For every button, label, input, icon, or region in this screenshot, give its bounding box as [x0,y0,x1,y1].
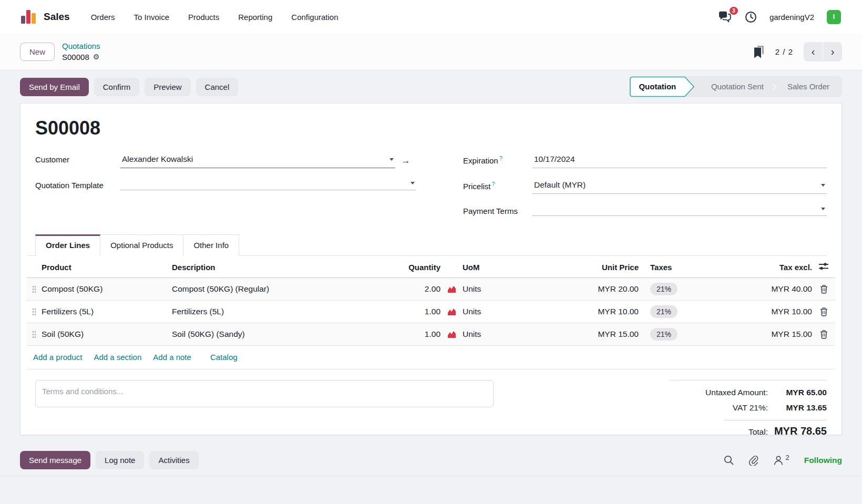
search-messages-icon[interactable] [724,455,734,465]
internal-link-arrow-icon[interactable]: → [395,156,416,166]
tab-optional-products[interactable]: Optional Products [100,234,183,256]
status-step-quotation-sent[interactable]: Quotation Sent [694,76,771,97]
total-label: Total: [748,427,768,437]
menu-products[interactable]: Products [188,13,219,22]
optional-columns-icon[interactable] [812,262,835,272]
menu-to-invoice[interactable]: To Invoice [134,13,170,22]
drag-handle-icon[interactable] [32,285,36,293]
vat-value: MYR 13.65 [768,403,827,413]
untaxed-amount-value: MYR 65.00 [768,388,827,397]
cell-unit-price[interactable]: MYR 15.00 [541,330,639,339]
cell-taxes[interactable]: 21% [639,305,707,318]
forecast-chart-icon[interactable] [440,308,463,316]
add-a-section-link[interactable]: Add a section [94,353,141,362]
breadcrumb: Quotations S00008 ⚙ [62,41,100,63]
attachment-paperclip-icon[interactable] [748,455,758,466]
menu-orders[interactable]: Orders [91,13,115,22]
new-button[interactable]: New [20,43,55,61]
cell-description[interactable]: Soil (50KG) (Sandy) [172,330,377,339]
chevron-down-icon[interactable] [411,182,415,184]
quotation-template-label: Quotation Template [35,179,120,190]
table-row[interactable]: Soil (50KG) Soil (50KG) (Sandy) 1.00 Uni… [27,323,835,346]
catalog-link[interactable]: Catalog [210,353,238,362]
customer-field[interactable]: Alexander Kowalski [120,153,395,168]
expiration-field[interactable]: 10/17/2024 [532,153,827,168]
terms-and-conditions-input[interactable] [35,380,494,407]
cell-quantity[interactable]: 1.00 [377,330,440,339]
menu-reporting[interactable]: Reporting [238,13,272,22]
cancel-button[interactable]: Cancel [196,78,239,96]
cell-quantity[interactable]: 1.00 [377,307,440,316]
cell-taxes[interactable]: 21% [639,328,707,341]
following-button[interactable]: Following [804,456,842,465]
totals-block: Untaxed Amount: MYR 65.00 VAT 21%: MYR 1… [669,380,827,443]
avatar[interactable]: I [827,10,841,24]
delete-row-icon[interactable] [812,330,835,339]
cell-description[interactable]: Compost (50KG) (Regular) [172,284,377,294]
tab-other-info[interactable]: Other Info [183,234,239,256]
pager-next-button[interactable]: › [823,42,842,61]
delete-row-icon[interactable] [812,307,835,316]
drag-handle-icon[interactable] [32,331,36,338]
cell-uom[interactable]: Units [463,284,541,294]
send-message-button[interactable]: Send message [20,451,90,469]
chevron-down-icon[interactable] [389,158,394,161]
log-note-button[interactable]: Log note [96,451,144,469]
preview-button[interactable]: Preview [145,78,190,96]
help-icon[interactable]: ? [492,181,495,187]
app-name[interactable]: Sales [44,11,70,23]
cell-description[interactable]: Fertilizers (5L) [172,307,377,316]
status-bar: Quotation Quotation Sent Sales Order [629,76,842,97]
cell-unit-price[interactable]: MYR 10.00 [541,307,639,316]
chevron-down-icon[interactable] [821,184,825,187]
status-step-sales-order[interactable]: Sales Order [778,76,842,97]
messages-icon[interactable]: 3 [718,11,732,23]
col-uom: UoM [463,263,541,272]
tax-badge[interactable]: 21% [650,328,678,341]
followers-button[interactable]: 2 [773,455,789,466]
payment-terms-field[interactable] [532,204,827,216]
status-step-quotation[interactable]: Quotation [629,76,694,97]
chevron-down-icon[interactable] [821,208,825,210]
top-nav: Sales Orders To Invoice Products Reporti… [0,0,862,34]
col-tax-excl: Tax excl. [707,263,812,272]
tax-badge[interactable]: 21% [650,305,678,318]
add-a-product-link[interactable]: Add a product [33,353,82,362]
activities-button[interactable]: Activities [149,451,198,469]
tab-order-lines[interactable]: Order Lines [35,234,100,256]
vat-label: VAT 21%: [733,403,768,413]
help-icon[interactable]: ? [499,155,502,161]
sales-app-logo-icon[interactable] [21,10,36,24]
table-row[interactable]: Fertilizers (5L) Fertilizers (5L) 1.00 U… [27,301,835,323]
page-title: S00008 [35,117,827,139]
cell-quantity[interactable]: 2.00 [377,284,440,294]
payment-terms-label: Payment Terms [463,204,532,215]
send-by-email-button[interactable]: Send by Email [20,78,89,96]
drag-handle-icon[interactable] [32,308,36,316]
tax-badge[interactable]: 21% [650,283,678,295]
delete-row-icon[interactable] [812,285,835,294]
add-a-note-link[interactable]: Add a note [153,353,191,362]
confirm-button[interactable]: Confirm [94,78,140,96]
breadcrumb-quotations-link[interactable]: Quotations [62,41,100,52]
cell-product[interactable]: Fertilizers (5L) [42,307,172,316]
cell-product[interactable]: Compost (50KG) [42,284,172,294]
cell-product[interactable]: Soil (50KG) [42,330,172,339]
cell-uom[interactable]: Units [463,307,541,316]
cell-taxes[interactable]: 21% [639,283,707,295]
gear-icon[interactable]: ⚙ [93,52,100,62]
forecast-chart-icon[interactable] [440,331,463,338]
pager-previous-button[interactable]: ‹ [804,42,823,61]
activity-clock-icon[interactable] [745,11,757,23]
bookmark-icon[interactable] [753,45,765,59]
quotation-template-field[interactable] [120,179,416,190]
cell-unit-price[interactable]: MYR 20.00 [541,284,639,294]
user-name[interactable]: gardeningV2 [769,13,814,22]
cell-uom[interactable]: Units [463,330,541,339]
col-taxes: Taxes [639,263,707,272]
followers-count: 2 [785,454,789,461]
menu-configuration[interactable]: Configuration [291,13,338,22]
pricelist-field[interactable]: Default (MYR) [532,179,827,194]
table-row[interactable]: Compost (50KG) Compost (50KG) (Regular) … [27,278,835,301]
forecast-chart-icon[interactable] [440,285,463,293]
